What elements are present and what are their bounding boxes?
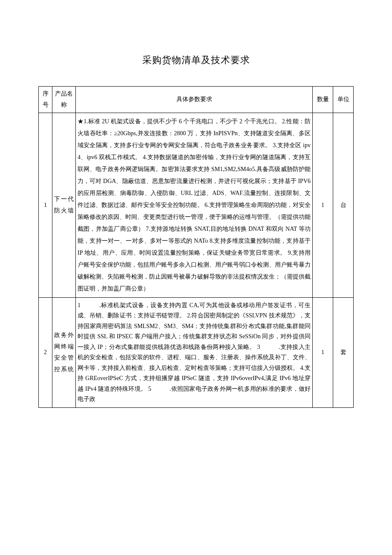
th-seq: 序号 <box>39 86 52 113</box>
th-qty: 数量 <box>313 86 333 113</box>
cell-name: 下一代防火墙 <box>52 113 76 297</box>
cell-seq: 1 <box>39 113 52 297</box>
cell-qty: 1 <box>313 113 333 297</box>
table-row: 2 政务外网终端安全管控系统 1 .标准机架式设备，设备支持内置 CA,可为其他… <box>39 297 354 407</box>
spec-table: 序号 产品名称 具体参数要求 数量 单位 1 下一代防火墙 ★1.标准 2U 机… <box>38 86 354 408</box>
table-row: 1 下一代防火墙 ★1.标准 2U 机架式设备，提供不少于 6 个千兆电口，不少… <box>39 113 354 297</box>
th-name: 产品名称 <box>52 86 76 113</box>
table-header-row: 序号 产品名称 具体参数要求 数量 单位 <box>39 86 354 113</box>
cell-spec: 1 .标准机架式设备，设备支持内置 CA,可为其他设备或移动用户签发证书，可生成… <box>76 297 313 407</box>
cell-unit: 台 <box>333 113 354 297</box>
th-spec: 具体参数要求 <box>76 86 313 113</box>
cell-unit: 套 <box>333 297 354 407</box>
cell-seq: 2 <box>39 297 52 407</box>
cell-spec: ★1.标准 2U 机架式设备，提供不少于 6 个千兆电口，不少于 2 个千兆光口… <box>76 113 313 297</box>
cell-qty: 1 <box>313 297 333 407</box>
cell-name: 政务外网终端安全管控系统 <box>52 297 76 407</box>
page-title: 采购货物清单及技术要求 <box>38 51 354 69</box>
th-unit: 单位 <box>333 86 354 113</box>
